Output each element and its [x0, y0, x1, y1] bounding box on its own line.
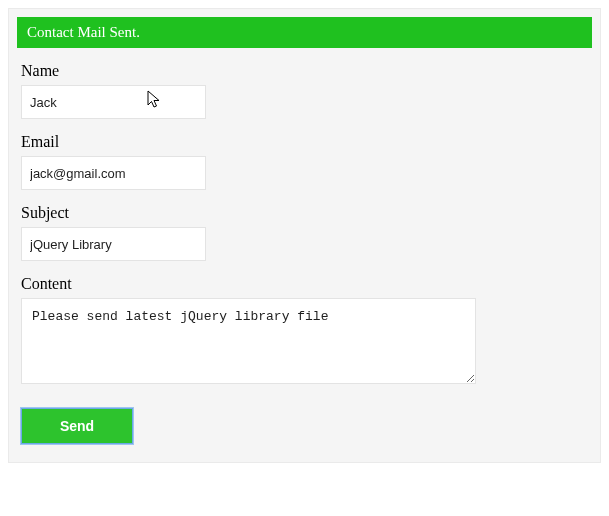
email-field-group: Email — [21, 133, 600, 190]
content-label: Content — [21, 275, 600, 293]
name-input[interactable] — [21, 85, 206, 119]
name-label: Name — [21, 62, 600, 80]
name-field-group: Name — [21, 62, 600, 119]
email-label: Email — [21, 133, 600, 151]
contact-form-container: Contact Mail Sent. Name Email Subject Co… — [8, 8, 601, 463]
content-field-group: Content — [21, 275, 600, 388]
success-banner: Contact Mail Sent. — [17, 17, 592, 48]
email-input[interactable] — [21, 156, 206, 190]
send-button[interactable]: Send — [21, 408, 133, 444]
subject-field-group: Subject — [21, 204, 600, 261]
content-textarea[interactable] — [21, 298, 476, 384]
subject-label: Subject — [21, 204, 600, 222]
subject-input[interactable] — [21, 227, 206, 261]
